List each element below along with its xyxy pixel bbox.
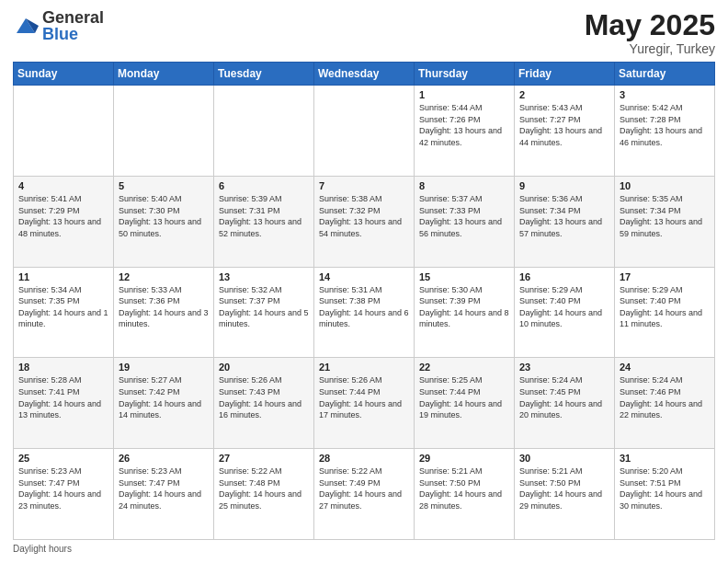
day-number: 8 xyxy=(419,180,509,191)
table-cell: 16Sunrise: 5:29 AM Sunset: 7:40 PM Dayli… xyxy=(515,267,615,358)
table-cell: 30Sunrise: 5:21 AM Sunset: 7:50 PM Dayli… xyxy=(515,449,615,540)
table-cell: 23Sunrise: 5:24 AM Sunset: 7:45 PM Dayli… xyxy=(515,358,615,449)
table-cell: 12Sunrise: 5:33 AM Sunset: 7:36 PM Dayli… xyxy=(114,267,214,358)
table-cell: 21Sunrise: 5:26 AM Sunset: 7:44 PM Dayli… xyxy=(314,358,415,449)
col-header-tuesday: Tuesday xyxy=(214,63,314,86)
day-number: 20 xyxy=(219,362,309,373)
day-number: 25 xyxy=(18,453,108,464)
day-number: 28 xyxy=(319,453,409,464)
table-cell: 29Sunrise: 5:21 AM Sunset: 7:50 PM Dayli… xyxy=(415,449,515,540)
day-info: Sunrise: 5:21 AM Sunset: 7:50 PM Dayligh… xyxy=(519,465,609,511)
day-info: Sunrise: 5:26 AM Sunset: 7:44 PM Dayligh… xyxy=(319,374,409,420)
logo-blue-text: Blue xyxy=(42,26,104,42)
day-number: 17 xyxy=(620,271,710,282)
table-cell: 5Sunrise: 5:40 AM Sunset: 7:30 PM Daylig… xyxy=(114,176,214,267)
table-cell: 7Sunrise: 5:38 AM Sunset: 7:32 PM Daylig… xyxy=(314,176,415,267)
day-info: Sunrise: 5:32 AM Sunset: 7:37 PM Dayligh… xyxy=(219,284,309,330)
col-header-monday: Monday xyxy=(114,63,214,86)
day-number: 7 xyxy=(319,180,409,191)
week-row-1: 1Sunrise: 5:44 AM Sunset: 7:26 PM Daylig… xyxy=(14,86,715,177)
day-info: Sunrise: 5:29 AM Sunset: 7:40 PM Dayligh… xyxy=(519,284,609,330)
day-number: 16 xyxy=(519,271,609,282)
table-cell: 26Sunrise: 5:23 AM Sunset: 7:47 PM Dayli… xyxy=(114,449,214,540)
table-cell: 9Sunrise: 5:36 AM Sunset: 7:34 PM Daylig… xyxy=(515,176,615,267)
table-cell: 3Sunrise: 5:42 AM Sunset: 7:28 PM Daylig… xyxy=(615,86,715,177)
day-number: 12 xyxy=(119,271,209,282)
day-info: Sunrise: 5:23 AM Sunset: 7:47 PM Dayligh… xyxy=(119,465,209,511)
day-number: 14 xyxy=(319,271,409,282)
logo: General Blue xyxy=(13,9,104,42)
calendar-table: SundayMondayTuesdayWednesdayThursdayFrid… xyxy=(13,62,715,540)
day-info: Sunrise: 5:26 AM Sunset: 7:43 PM Dayligh… xyxy=(219,374,309,420)
day-info: Sunrise: 5:28 AM Sunset: 7:41 PM Dayligh… xyxy=(18,374,108,420)
day-info: Sunrise: 5:40 AM Sunset: 7:30 PM Dayligh… xyxy=(119,193,209,239)
day-number: 26 xyxy=(119,453,209,464)
day-info: Sunrise: 5:30 AM Sunset: 7:39 PM Dayligh… xyxy=(419,284,509,330)
day-info: Sunrise: 5:25 AM Sunset: 7:44 PM Dayligh… xyxy=(419,374,509,420)
table-cell: 31Sunrise: 5:20 AM Sunset: 7:51 PM Dayli… xyxy=(615,449,715,540)
day-number: 18 xyxy=(18,362,108,373)
day-number: 22 xyxy=(419,362,509,373)
table-cell xyxy=(314,86,415,177)
col-header-thursday: Thursday xyxy=(415,63,515,86)
table-cell xyxy=(114,86,214,177)
day-info: Sunrise: 5:42 AM Sunset: 7:28 PM Dayligh… xyxy=(620,102,710,148)
table-cell: 11Sunrise: 5:34 AM Sunset: 7:35 PM Dayli… xyxy=(14,267,114,358)
table-cell: 6Sunrise: 5:39 AM Sunset: 7:31 PM Daylig… xyxy=(214,176,314,267)
day-number: 2 xyxy=(519,89,609,100)
day-number: 1 xyxy=(419,89,509,100)
table-cell: 14Sunrise: 5:31 AM Sunset: 7:38 PM Dayli… xyxy=(314,267,415,358)
table-cell: 19Sunrise: 5:27 AM Sunset: 7:42 PM Dayli… xyxy=(114,358,214,449)
footer: Daylight hours xyxy=(13,544,715,554)
header: General Blue May 2025 Yuregir, Turkey xyxy=(13,9,715,56)
week-row-3: 11Sunrise: 5:34 AM Sunset: 7:35 PM Dayli… xyxy=(14,267,715,358)
day-info: Sunrise: 5:38 AM Sunset: 7:32 PM Dayligh… xyxy=(319,193,409,239)
page: General Blue May 2025 Yuregir, Turkey Su… xyxy=(0,0,728,563)
table-cell: 28Sunrise: 5:22 AM Sunset: 7:49 PM Dayli… xyxy=(314,449,415,540)
day-number: 30 xyxy=(519,453,609,464)
table-cell: 18Sunrise: 5:28 AM Sunset: 7:41 PM Dayli… xyxy=(14,358,114,449)
calendar-header-row: SundayMondayTuesdayWednesdayThursdayFrid… xyxy=(14,63,715,86)
day-info: Sunrise: 5:29 AM Sunset: 7:40 PM Dayligh… xyxy=(620,284,710,330)
daylight-hours-label: Daylight hours xyxy=(13,544,72,554)
table-cell: 27Sunrise: 5:22 AM Sunset: 7:48 PM Dayli… xyxy=(214,449,314,540)
week-row-4: 18Sunrise: 5:28 AM Sunset: 7:41 PM Dayli… xyxy=(14,358,715,449)
day-number: 13 xyxy=(219,271,309,282)
day-number: 5 xyxy=(119,180,209,191)
day-info: Sunrise: 5:33 AM Sunset: 7:36 PM Dayligh… xyxy=(119,284,209,330)
calendar-location: Yuregir, Turkey xyxy=(585,41,715,56)
table-cell: 13Sunrise: 5:32 AM Sunset: 7:37 PM Dayli… xyxy=(214,267,314,358)
day-number: 10 xyxy=(620,180,710,191)
day-number: 11 xyxy=(18,271,108,282)
week-row-2: 4Sunrise: 5:41 AM Sunset: 7:29 PM Daylig… xyxy=(14,176,715,267)
table-cell: 15Sunrise: 5:30 AM Sunset: 7:39 PM Dayli… xyxy=(415,267,515,358)
table-cell xyxy=(14,86,114,177)
day-info: Sunrise: 5:22 AM Sunset: 7:48 PM Dayligh… xyxy=(219,465,309,511)
table-cell: 8Sunrise: 5:37 AM Sunset: 7:33 PM Daylig… xyxy=(415,176,515,267)
day-number: 29 xyxy=(419,453,509,464)
logo-icon xyxy=(13,13,39,39)
day-info: Sunrise: 5:23 AM Sunset: 7:47 PM Dayligh… xyxy=(18,465,108,511)
day-number: 23 xyxy=(519,362,609,373)
table-cell: 25Sunrise: 5:23 AM Sunset: 7:47 PM Dayli… xyxy=(14,449,114,540)
day-info: Sunrise: 5:22 AM Sunset: 7:49 PM Dayligh… xyxy=(319,465,409,511)
table-cell: 2Sunrise: 5:43 AM Sunset: 7:27 PM Daylig… xyxy=(515,86,615,177)
day-info: Sunrise: 5:24 AM Sunset: 7:46 PM Dayligh… xyxy=(620,374,710,420)
day-number: 3 xyxy=(620,89,710,100)
day-info: Sunrise: 5:43 AM Sunset: 7:27 PM Dayligh… xyxy=(519,102,609,148)
col-header-wednesday: Wednesday xyxy=(314,63,415,86)
day-number: 19 xyxy=(119,362,209,373)
col-header-sunday: Sunday xyxy=(14,63,114,86)
table-cell: 24Sunrise: 5:24 AM Sunset: 7:46 PM Dayli… xyxy=(615,358,715,449)
table-cell: 22Sunrise: 5:25 AM Sunset: 7:44 PM Dayli… xyxy=(415,358,515,449)
table-cell xyxy=(214,86,314,177)
day-number: 27 xyxy=(219,453,309,464)
day-number: 15 xyxy=(419,271,509,282)
day-info: Sunrise: 5:20 AM Sunset: 7:51 PM Dayligh… xyxy=(620,465,710,511)
day-number: 24 xyxy=(620,362,710,373)
day-info: Sunrise: 5:31 AM Sunset: 7:38 PM Dayligh… xyxy=(319,284,409,330)
logo-text: General Blue xyxy=(42,9,104,42)
day-number: 6 xyxy=(219,180,309,191)
calendar-title: May 2025 xyxy=(585,9,715,41)
logo-general-text: General xyxy=(42,9,104,26)
